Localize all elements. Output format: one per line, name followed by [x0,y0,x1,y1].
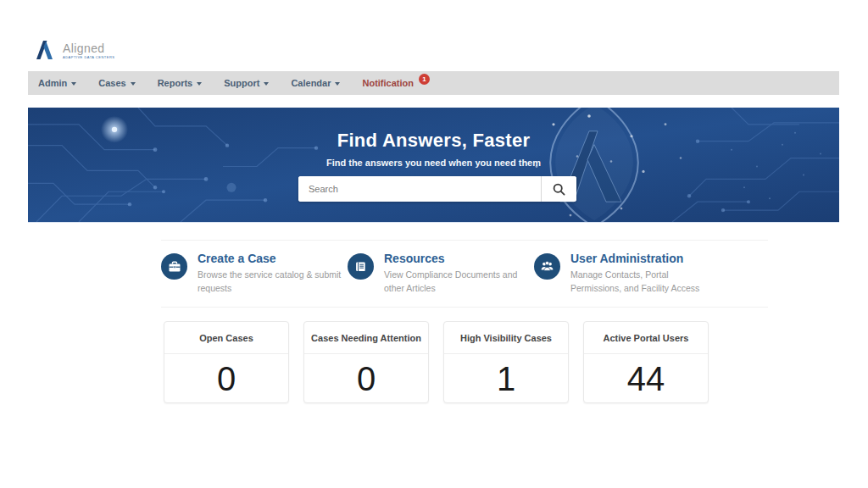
stat-label: Cases Needing Attention [304,322,428,354]
users-icon [534,253,560,280]
nav-label-cases: Cases [98,78,125,88]
hero-banner: Find Answers, Faster Find the answers yo… [28,108,839,223]
briefcase-icon [161,253,187,280]
nav-item-cases[interactable]: Cases [98,78,135,88]
nav-item-admin[interactable]: Admin [38,78,76,88]
stat-card-high-visibility-cases[interactable]: High Visibility Cases 1 [443,321,569,403]
quick-link-text: User Administration Manage Contacts, Por… [570,252,715,296]
quick-link-description: Browse the service catalog & submit requ… [198,269,342,296]
nav-label-notification: Notification [362,78,414,88]
chevron-down-icon [71,82,76,86]
logo-tagline: ADAPTIVE DATA CENTERS [63,55,114,59]
search-bar [298,176,576,202]
search-button[interactable] [541,176,576,202]
nav-label-admin: Admin [38,78,67,88]
stat-card-cases-needing-attention[interactable]: Cases Needing Attention 0 [303,321,429,403]
chevron-down-icon [197,82,202,86]
quick-link-text: Resources View Compliance Documents and … [384,252,528,296]
stat-value: 1 [444,354,568,403]
nav-item-support[interactable]: Support [224,78,269,88]
book-icon [348,253,374,280]
stat-card-active-portal-users[interactable]: Active Portal Users 44 [583,321,709,403]
quick-link-create-case[interactable]: Create a Case Browse the service catalog… [161,252,348,307]
nav-label-support: Support [224,78,259,88]
aligned-a-mark-icon [34,38,57,61]
logo-text: Aligned ADAPTIVE DATA CENTERS [63,38,114,59]
chevron-down-icon [264,82,269,86]
stat-value: 0 [304,354,428,403]
search-input[interactable] [298,176,541,202]
quick-links-section: Create a Case Browse the service catalog… [161,240,768,308]
notification-count-badge[interactable]: 1 [419,74,430,85]
stat-value: 0 [164,354,288,403]
quick-link-title: Create a Case [198,252,342,266]
quick-link-user-administration[interactable]: User Administration Manage Contacts, Por… [534,252,721,307]
hero-subtitle: Find the answers you need when you need … [28,158,839,168]
quick-link-description: Manage Contacts, Portal Permissions, and… [570,269,715,296]
stats-row: Open Cases 0 Cases Needing Attention 0 H… [164,321,709,403]
nav-item-notification[interactable]: Notification 1 [362,78,430,89]
stat-card-open-cases[interactable]: Open Cases 0 [164,321,289,403]
hero-title: Find Answers, Faster [28,130,839,152]
logo-name: Aligned [63,43,114,53]
portal-page: Aligned ADAPTIVE DATA CENTERS Admin Case… [0,0,868,488]
magnifier-icon [553,183,565,196]
aligned-logo[interactable]: Aligned ADAPTIVE DATA CENTERS [34,38,114,61]
nav-item-reports[interactable]: Reports [158,78,203,88]
stat-label: High Visibility Cases [444,322,568,354]
chevron-down-icon [131,82,136,86]
nav-item-calendar[interactable]: Calendar [291,78,340,88]
chevron-down-icon [335,82,340,86]
nav-label-calendar: Calendar [291,78,331,88]
stat-label: Active Portal Users [584,322,708,354]
stat-label: Open Cases [164,322,288,354]
quick-link-resources[interactable]: Resources View Compliance Documents and … [348,252,534,307]
quick-link-title: Resources [384,252,528,266]
quick-link-text: Create a Case Browse the service catalog… [198,252,342,296]
quick-link-title: User Administration [570,252,715,266]
main-navbar: Admin Cases Reports Support Calendar Not… [28,71,839,95]
quick-link-description: View Compliance Documents and other Arti… [384,269,528,296]
nav-label-reports: Reports [158,78,193,88]
stat-value: 44 [584,354,708,403]
